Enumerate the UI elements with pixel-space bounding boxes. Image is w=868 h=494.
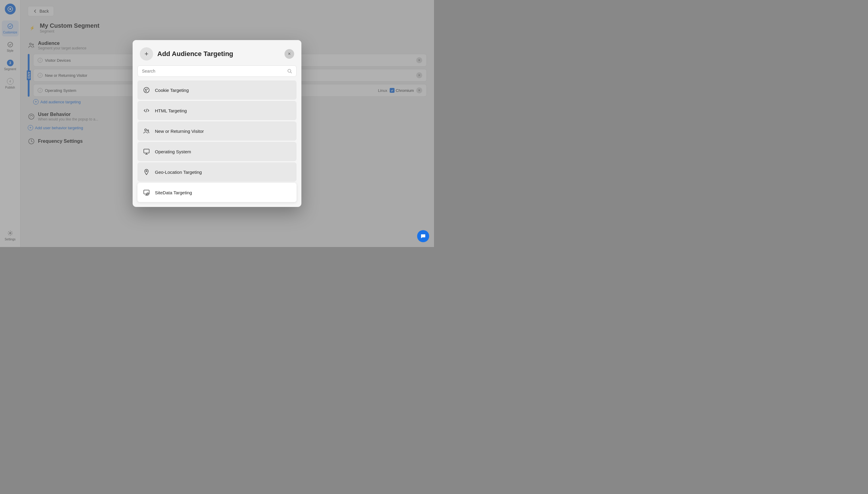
modal-overlay: + Add Audience Targeting × (0, 0, 434, 247)
modal-item-label-sitedata: SiteData Targeting (155, 190, 192, 195)
modal-item-list: Cookie Targeting HTML Targeting (133, 80, 301, 207)
modal-header: + Add Audience Targeting × (133, 40, 301, 65)
modal-item-label-os: Operating System (155, 149, 191, 154)
modal-title: Add Audience Targeting (157, 50, 280, 58)
svg-point-16 (145, 129, 146, 131)
svg-point-11 (144, 87, 149, 93)
modal-search-container (137, 65, 297, 77)
modal-item-cookie[interactable]: Cookie Targeting (137, 80, 297, 100)
svg-point-21 (146, 170, 147, 172)
svg-point-13 (147, 89, 147, 90)
modal-item-geo[interactable]: Geo-Location Targeting (137, 163, 297, 182)
modal-item-sitedata[interactable]: SiteData Targeting (137, 183, 297, 202)
geo-icon (142, 168, 151, 176)
svg-line-15 (146, 109, 147, 112)
modal-item-label-cookie: Cookie Targeting (155, 88, 189, 93)
modal-search-input[interactable] (142, 69, 285, 74)
visitor-icon (142, 127, 151, 135)
modal-close-button[interactable]: × (284, 49, 294, 59)
svg-point-17 (147, 130, 149, 131)
svg-rect-18 (144, 149, 149, 153)
svg-line-10 (291, 72, 292, 73)
modal-item-os[interactable]: Operating System (137, 142, 297, 161)
svg-point-9 (288, 69, 291, 72)
monitor-icon (142, 147, 151, 156)
search-icon (287, 69, 292, 74)
html-icon (142, 106, 151, 115)
modal-item-html[interactable]: HTML Targeting (137, 101, 297, 120)
modal-item-label-geo: Geo-Location Targeting (155, 170, 202, 175)
sitedata-icon (142, 188, 151, 197)
modal-item-visitor[interactable]: New or Returning Visitor (137, 121, 297, 141)
svg-point-12 (145, 89, 146, 90)
modal-item-label-html: HTML Targeting (155, 108, 187, 113)
chat-button[interactable] (417, 230, 429, 242)
add-audience-modal: + Add Audience Targeting × (133, 40, 301, 207)
modal-plus-icon: + (140, 47, 153, 60)
modal-item-label-visitor: New or Returning Visitor (155, 129, 204, 134)
cookie-icon (142, 86, 151, 94)
